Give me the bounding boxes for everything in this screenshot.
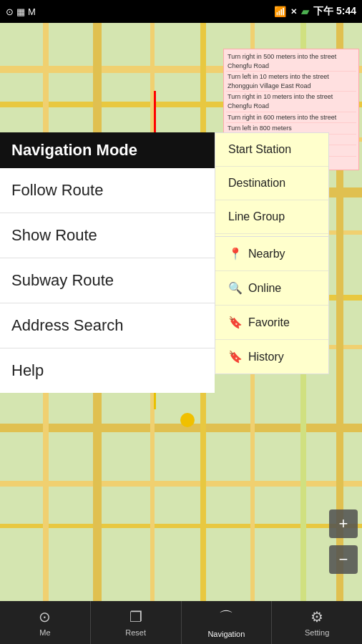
nav-tab-navigation[interactable]: ⌒ Navigation (182, 601, 273, 644)
submenu-item-online[interactable]: 🔍 Online (215, 271, 328, 306)
bottom-navigation-bar: ⊙ Me ❐ Reset ⌒ Navigation ⚙ Setting (0, 601, 362, 644)
nav-tab-setting[interactable]: ⚙ Setting (272, 601, 362, 644)
setting-icon: ⚙ (310, 608, 323, 625)
history-icon: 🔖 (228, 350, 243, 364)
nav-instruction-1: Turn right in 500 meters into the street… (226, 52, 356, 72)
me-label: Me (39, 628, 50, 637)
menu-item-help[interactable]: Help (0, 348, 215, 393)
submenu-address: 📍 Nearby 🔍 Online 🔖 Favorite 🔖 History (215, 236, 329, 374)
submenu-item-nearby[interactable]: 📍 Nearby (215, 237, 328, 271)
app-icon: ▦ (16, 6, 25, 17)
nearby-label: Nearby (248, 248, 285, 260)
online-label: Online (248, 282, 281, 295)
nav-instruction-2: Turn left in 10 meters into the street Z… (226, 72, 356, 92)
nav-tab-me[interactable]: ⊙ Me (0, 601, 91, 644)
battery-icon: ▰ (301, 6, 309, 17)
nav-instruction-3: Turn right in 10 meters into the street … (226, 92, 356, 112)
me-icon: ⊙ (39, 608, 51, 625)
menu-item-show-route[interactable]: Show Route (0, 213, 215, 258)
online-icon: 🔍 (228, 281, 243, 295)
reset-label: Reset (125, 628, 146, 637)
favorite-icon: 🔖 (228, 316, 243, 329)
favorite-label: Favorite (248, 316, 290, 329)
menu-header: Navigation Mode (0, 132, 215, 168)
zoom-in-button[interactable]: + (329, 509, 358, 538)
route-dot-yellow-2 (180, 413, 195, 427)
alarm-icon: ⊙ (6, 6, 14, 17)
menu-item-follow-route[interactable]: Follow Route (0, 168, 215, 213)
status-right-group: 📶 ✕ ▰ 下午 5:44 (274, 5, 356, 18)
signal-icon-1: 📶 (274, 6, 286, 17)
submenu-item-start-station[interactable]: Start Station (215, 133, 328, 167)
menu-item-address-search[interactable]: Address Search (0, 303, 215, 348)
zoom-out-button[interactable]: − (329, 545, 358, 574)
status-bar: ⊙ ▦ M 📶 ✕ ▰ 下午 5:44 (0, 0, 362, 23)
menu-item-subway-route[interactable]: Subway Route (0, 258, 215, 303)
gmail-icon: M (28, 6, 36, 17)
nav-instruction-4: Turn right in 600 meters into the street (226, 112, 356, 124)
time-display: 下午 5:44 (313, 5, 356, 18)
nearby-icon: 📍 (228, 247, 243, 260)
status-icons: ⊙ ▦ M (6, 6, 36, 17)
navigation-mode-panel: Navigation Mode Follow Route Show Route … (0, 132, 215, 393)
reset-icon: ❐ (129, 608, 142, 625)
nav-tab-reset[interactable]: ❐ Reset (91, 601, 182, 644)
navigation-label: Navigation (207, 630, 245, 638)
submenu-item-destination[interactable]: Destination (215, 167, 328, 200)
submenu-item-line-group[interactable]: Line Group (215, 200, 328, 234)
history-label: History (248, 351, 284, 364)
plus-icon: + (339, 514, 348, 533)
minus-icon: − (339, 550, 348, 569)
signal-icon-2: ✕ (290, 7, 297, 16)
submenu-item-favorite[interactable]: 🔖 Favorite (215, 306, 328, 340)
navigation-icon: ⌒ (219, 608, 233, 627)
submenu-item-history[interactable]: 🔖 History (215, 340, 328, 374)
setting-label: Setting (305, 628, 329, 637)
